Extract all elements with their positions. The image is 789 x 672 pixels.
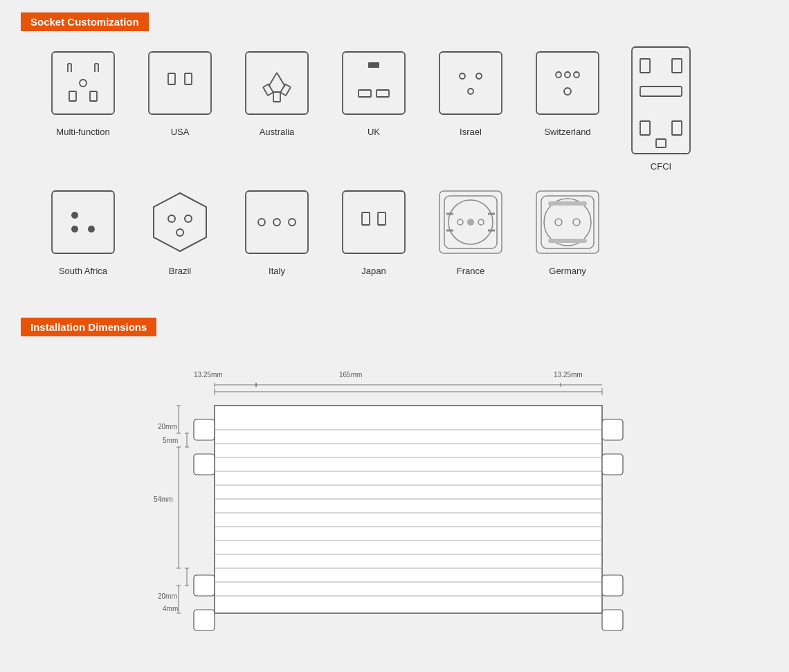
socket-item-switzerland: Switzerland (519, 45, 616, 137)
socket-item-germany: Germany (519, 184, 616, 276)
socket-item-israel: Israel (422, 45, 519, 137)
socket-icon-multifunction (45, 45, 121, 121)
socket-icon-usa (142, 45, 218, 121)
dim-label-top-center: 165mm (339, 371, 362, 379)
socket-icon-australia (239, 45, 315, 121)
svg-rect-34 (672, 59, 682, 73)
svg-point-68 (573, 219, 580, 226)
socket-icon-uk (336, 45, 412, 121)
svg-marker-43 (154, 193, 206, 251)
svg-rect-75 (194, 610, 215, 630)
socket-icon-cfci (630, 45, 692, 156)
socket-section-header: Socket Customization (21, 12, 149, 31)
svg-point-40 (71, 212, 78, 219)
svg-rect-9 (90, 91, 97, 101)
svg-point-57 (467, 219, 474, 226)
socket-label-australia: Australia (260, 127, 295, 137)
svg-point-67 (555, 219, 562, 226)
svg-point-44 (168, 215, 175, 222)
svg-rect-19 (343, 52, 405, 114)
socket-item-france: France (422, 184, 519, 276)
socket-label-germany: Germany (549, 266, 586, 276)
socket-item-italy: Italy (228, 184, 325, 276)
svg-line-15 (277, 73, 285, 87)
socket-label-uk: UK (368, 127, 380, 137)
svg-rect-39 (52, 191, 114, 253)
socket-icon-italy (239, 184, 315, 260)
socket-icon-israel (433, 45, 509, 121)
svg-point-59 (478, 219, 484, 225)
svg-rect-53 (378, 212, 386, 225)
svg-rect-36 (640, 121, 650, 135)
svg-rect-51 (343, 191, 405, 253)
svg-point-29 (574, 72, 579, 78)
socket-item-usa: USA (132, 45, 228, 137)
svg-rect-22 (377, 90, 389, 97)
svg-rect-78 (602, 575, 623, 596)
svg-point-26 (468, 89, 473, 94)
dimensions-section-header: Installation Dimensions (21, 318, 156, 336)
svg-rect-21 (359, 90, 371, 97)
svg-point-45 (185, 215, 192, 222)
svg-rect-64 (536, 191, 599, 253)
svg-rect-76 (602, 419, 623, 440)
svg-rect-11 (168, 73, 175, 84)
svg-point-7 (80, 80, 87, 87)
socket-label-multifunction: Multi-function (56, 127, 109, 137)
dimensions-title: Installation Dimensions (30, 321, 147, 333)
svg-rect-77 (602, 454, 623, 475)
svg-rect-79 (602, 610, 623, 630)
dimensions-svg (173, 381, 644, 644)
svg-rect-16 (263, 84, 273, 96)
socket-label-switzerland: Switzerland (544, 127, 590, 137)
svg-rect-23 (439, 52, 502, 114)
svg-rect-27 (536, 52, 599, 114)
svg-point-42 (71, 226, 78, 233)
svg-point-25 (476, 73, 482, 79)
svg-rect-47 (246, 191, 308, 253)
socket-label-japan: Japan (361, 266, 386, 276)
socket-icon-switzerland (529, 45, 606, 121)
svg-rect-74 (194, 575, 215, 596)
socket-item-brazil: Brazil (132, 184, 228, 276)
socket-item-australia: Australia (228, 45, 325, 137)
dimensions-section: Installation Dimensions 13.25mm 165mm 13… (0, 305, 789, 669)
dimensions-diagram: 13.25mm 165mm 13.25mm 20mm 5mm 54mm 20mm (125, 357, 664, 648)
socket-item-cfci: CFCI (616, 45, 706, 172)
svg-point-46 (176, 229, 183, 236)
svg-rect-0 (52, 52, 114, 114)
socket-icon-france (433, 184, 509, 260)
svg-point-48 (258, 219, 265, 226)
svg-rect-20 (368, 62, 379, 68)
socket-title: Socket Customization (30, 16, 139, 28)
svg-rect-12 (185, 73, 192, 84)
svg-point-30 (565, 72, 570, 78)
svg-rect-8 (69, 91, 76, 101)
svg-point-31 (564, 88, 571, 95)
svg-point-41 (88, 226, 95, 233)
svg-rect-18 (273, 92, 280, 102)
socket-label-brazil: Brazil (169, 266, 192, 276)
page: Socket Customization (0, 0, 789, 669)
svg-point-24 (460, 73, 465, 79)
svg-point-49 (273, 219, 280, 226)
socket-label-south-africa: South Africa (59, 266, 107, 276)
socket-item-multifunction: Multi-function (35, 45, 132, 137)
socket-icon-germany (529, 184, 606, 260)
svg-rect-33 (640, 59, 650, 73)
svg-rect-69 (548, 201, 587, 206)
svg-point-58 (457, 219, 463, 225)
socket-item-uk: UK (325, 45, 422, 137)
svg-rect-10 (149, 52, 211, 114)
socket-icon-brazil (142, 184, 218, 260)
socket-label-italy: Italy (269, 266, 285, 276)
svg-rect-72 (194, 419, 215, 440)
svg-rect-37 (672, 121, 682, 135)
dim-label-top-left: 13.25mm (194, 371, 223, 379)
svg-rect-17 (280, 84, 291, 96)
svg-rect-13 (246, 52, 308, 114)
svg-point-28 (556, 72, 561, 78)
svg-line-14 (269, 73, 277, 87)
dim-label-left-54mm: 54mm (154, 496, 173, 503)
socket-item-japan: Japan (325, 184, 422, 276)
